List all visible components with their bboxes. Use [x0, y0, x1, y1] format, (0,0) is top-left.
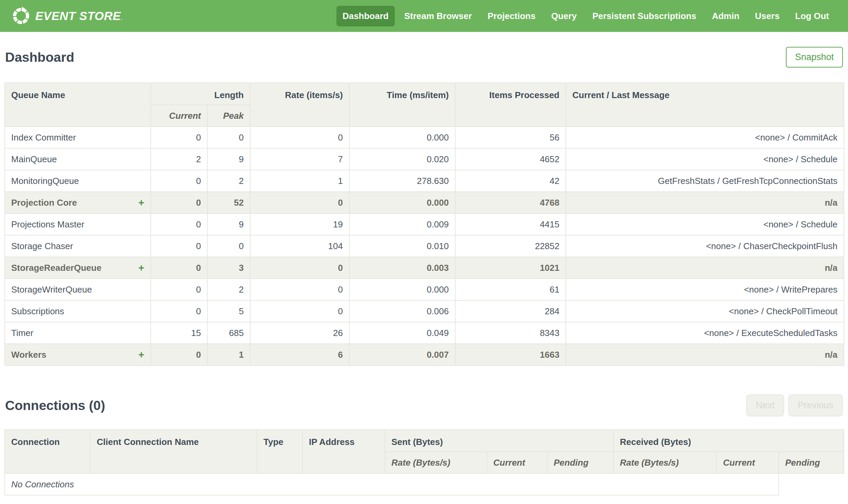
nav-item-query[interactable]: Query	[545, 6, 583, 26]
peak-cell: 0	[208, 127, 250, 148]
nav-item-users[interactable]: Users	[749, 6, 786, 26]
no-connections-message: No Connections	[5, 473, 779, 495]
queue-row: Index Committer0000.00056<none> / Commit…	[5, 127, 844, 148]
col-length-peak: Peak	[208, 105, 250, 127]
queue-name: Workers	[11, 349, 47, 360]
rate-cell: 19	[250, 214, 349, 235]
nav-item-stream-browser[interactable]: Stream Browser	[398, 6, 478, 26]
current-cell: 0	[151, 344, 208, 365]
queue-name: Projections Master	[11, 219, 84, 230]
rate-cell: 0	[250, 278, 349, 300]
message-cell: <none> / ChaserCheckpointFlush	[566, 235, 844, 257]
current-cell: 0	[151, 257, 208, 278]
queue-row: Subscriptions0500.006284<none> / CheckPo…	[5, 300, 844, 322]
pager: Next Previous	[746, 394, 843, 416]
current-cell: 2	[151, 148, 208, 170]
rate-cell: 0	[250, 300, 349, 322]
top-navigation-bar: EVENT STORE. DashboardStream BrowserProj…	[0, 0, 848, 32]
peak-cell: 9	[208, 148, 250, 170]
col-sent-pending: Pending	[547, 452, 613, 473]
col-received-pending: Pending	[779, 452, 844, 473]
items-cell: 1021	[455, 257, 566, 278]
time-cell: 0.020	[349, 148, 455, 170]
peak-cell: 52	[208, 192, 250, 214]
message-cell: <none> / CommitAck	[566, 127, 844, 148]
brand-mark: .	[121, 16, 122, 21]
queue-row: MonitoringQueue021278.63042GetFreshStats…	[5, 170, 844, 192]
peak-cell: 2	[208, 170, 250, 192]
col-received-rate: Rate (Bytes/s)	[613, 452, 717, 473]
peak-cell: 3	[208, 257, 250, 278]
current-cell: 0	[151, 192, 208, 214]
col-rate: Rate (items/s)	[250, 83, 349, 127]
queue-row: MainQueue2970.0204652<none> / Schedule	[5, 148, 844, 170]
col-items-processed: Items Processed	[455, 83, 566, 127]
rate-cell: 6	[250, 344, 349, 365]
expand-plus-icon[interactable]: +	[138, 349, 144, 360]
rate-cell: 26	[250, 322, 349, 344]
current-cell: 0	[151, 300, 208, 322]
snapshot-button[interactable]: Snapshot	[786, 47, 843, 68]
message-cell: <none> / Schedule	[566, 214, 844, 235]
no-connections-row: No Connections	[5, 473, 844, 495]
connections-table-header: Connection Client Connection Name Type I…	[5, 430, 844, 473]
queue-row: Workers+0160.0071663n/a	[5, 344, 844, 365]
items-cell: 56	[455, 127, 566, 148]
queue-name: Index Committer	[11, 132, 76, 143]
col-type: Type	[257, 430, 303, 473]
queue-row: StorageWriterQueue0200.00061<none> / Wri…	[5, 278, 844, 300]
nav-item-log-out[interactable]: Log Out	[789, 6, 835, 26]
time-cell: 0.000	[349, 127, 455, 148]
col-received-current: Current	[717, 452, 779, 473]
connections-title: Connections (0)	[5, 398, 105, 413]
previous-button[interactable]: Previous	[788, 394, 843, 416]
message-cell: <none> / CheckPollTimeout	[566, 300, 844, 322]
time-cell: 278.630	[349, 170, 455, 192]
brand-text: EVENT STORE.	[35, 9, 122, 23]
current-cell: 15	[151, 322, 208, 344]
col-connection: Connection	[5, 430, 90, 473]
time-cell: 0.009	[349, 214, 455, 235]
queue-row: StorageReaderQueue+0300.0031021n/a	[5, 257, 844, 278]
connections-table: Connection Client Connection Name Type I…	[4, 429, 844, 496]
expand-plus-icon[interactable]: +	[138, 198, 144, 208]
nav-item-projections[interactable]: Projections	[481, 6, 542, 26]
queue-name: MainQueue	[11, 154, 57, 165]
col-queue-name: Queue Name	[5, 83, 151, 127]
items-cell: 61	[455, 278, 566, 300]
queue-table-body: Index Committer0000.00056<none> / Commit…	[5, 127, 844, 365]
message-cell: <none> / WritePrepares	[566, 278, 844, 300]
col-sent-current: Current	[487, 452, 547, 473]
queues-table: Queue Name Length Rate (items/s) Time (m…	[4, 83, 844, 366]
nav-item-persistent-subscriptions[interactable]: Persistent Subscriptions	[586, 6, 702, 26]
items-cell: 4768	[455, 192, 566, 214]
time-cell: 0.006	[349, 300, 455, 322]
items-cell: 1663	[455, 344, 566, 365]
expand-plus-icon[interactable]: +	[138, 263, 144, 273]
items-cell: 4415	[455, 214, 566, 235]
time-cell: 0.003	[349, 257, 455, 278]
queue-name: Subscriptions	[11, 306, 64, 317]
nav-item-dashboard[interactable]: Dashboard	[337, 6, 395, 26]
brand: EVENT STORE.	[12, 6, 122, 25]
time-cell: 0.000	[349, 278, 455, 300]
time-cell: 0.049	[349, 322, 455, 344]
rate-cell: 1	[250, 170, 349, 192]
current-cell: 0	[151, 170, 208, 192]
queue-row: Storage Chaser001040.01022852<none> / Ch…	[5, 235, 844, 257]
items-cell: 42	[455, 170, 566, 192]
page-header: Dashboard Snapshot	[4, 47, 844, 68]
col-client-connection-name: Client Connection Name	[90, 430, 257, 473]
connections-table-body: No Connections	[5, 473, 844, 495]
col-length: Length	[151, 83, 250, 105]
message-cell: <none> / Schedule	[566, 148, 844, 170]
queue-name: Storage Chaser	[11, 241, 73, 252]
current-cell: 0	[151, 127, 208, 148]
rate-cell: 104	[250, 235, 349, 257]
items-cell: 22852	[455, 235, 566, 257]
col-sent-rate: Rate (Bytes/s)	[385, 452, 487, 473]
peak-cell: 1	[208, 344, 250, 365]
nav-item-admin[interactable]: Admin	[706, 6, 745, 26]
peak-cell: 0	[208, 235, 250, 257]
next-button[interactable]: Next	[746, 394, 784, 416]
